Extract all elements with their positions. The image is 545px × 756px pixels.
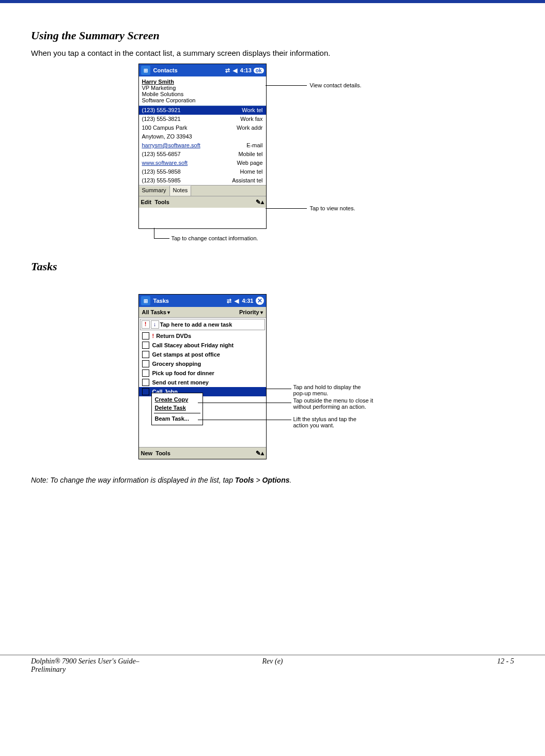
checkbox[interactable] [142,332,149,340]
context-menu: Create Copy Delete Task Beam Task... [151,393,203,425]
checkbox[interactable] [142,360,149,367]
top-border [0,0,545,3]
checkbox[interactable] [142,351,149,358]
new-task-placeholder: Tap here to add a new task [160,321,232,328]
contact-company1: Mobile Solutions [142,91,263,97]
titlebar-tasks: ⊞ Tasks ⇄ ◀ 4:31 ✕ [139,295,266,307]
menu-delete-task[interactable]: Delete Task [154,404,200,412]
heading-summary: Using the Summary Screen [31,29,514,42]
contact-row[interactable]: (123) 555-6857Mobile tel [139,150,266,159]
callout-lift: Lift the stylus and tap the action you w… [293,416,371,428]
page-footer: Dolphin® 7900 Series User's Guide– Preli… [31,657,514,674]
volume-icon: ◀ [233,67,237,74]
ok-button[interactable]: ok [254,68,264,73]
connectivity-icon: ⇄ [225,67,230,74]
figure-tasks: ⊞ Tasks ⇄ ◀ 4:31 ✕ All Tasks▾ Priority▾ … [138,294,407,471]
summary-intro: When you tap a contact in the contact li… [31,49,514,57]
app-title: Contacts [153,67,178,73]
menu-separator [154,413,200,413]
task-row[interactable]: Pick up food for dinner [139,368,266,378]
menu-tools[interactable]: Tools [154,199,169,205]
footer-pagenum: 12 - 5 [321,657,514,674]
contact-header: Harry Smith VP Marketing Mobile Solution… [139,76,266,106]
task-row[interactable]: Call Stacey about Friday night [139,341,266,350]
clock-time-tasks: 4:31 [242,298,253,304]
task-list: !Return DVDsCall Stacey about Friday nig… [139,331,266,396]
checkbox[interactable] [142,342,149,349]
new-task-entry[interactable]: ! ↓ Tap here to add a new task [140,319,265,330]
menu-edit[interactable]: Edit [141,199,152,205]
task-row[interactable]: Get stamps at post office [139,350,266,359]
filter-all[interactable]: All Tasks▾ [142,309,170,315]
sip-icon[interactable]: ✎▴ [256,198,264,206]
task-row[interactable]: Send out rent money [139,378,266,387]
checkbox[interactable] [142,369,149,377]
filter-priority[interactable]: Priority▾ [239,309,263,315]
heading-tasks: Tasks [31,260,514,273]
contact-row[interactable]: (123) 555-3821Work fax [139,115,266,124]
tasks-note: Note: To change the way information is d… [31,476,514,484]
contact-title: VP Marketing [142,85,263,91]
figure-contacts: ⊞ Contacts ⇄ ◀ 4:13 ok Harry Smith VP Ma… [138,64,407,250]
device-contacts: ⊞ Contacts ⇄ ◀ 4:13 ok Harry Smith VP Ma… [138,64,267,229]
checkbox[interactable] [142,379,149,386]
tasks-filter-bar: All Tasks▾ Priority▾ [139,307,266,318]
footer-title: Dolphin® 7900 Series User's Guide– [31,657,139,665]
titlebar-contacts: ⊞ Contacts ⇄ ◀ 4:13 ok [139,64,266,76]
task-row[interactable]: Grocery shopping [139,359,266,368]
menu-tools-tasks[interactable]: Tools [155,450,170,456]
priority-high-icon: ! [142,320,150,329]
priority-icon: ! [152,333,154,339]
callout-taphold: Tap and hold to display the pop-up menu. [293,384,371,396]
connectivity-icon: ⇄ [227,298,231,304]
sip-icon[interactable]: ✎▴ [256,450,264,457]
callout-notes: Tap to view notes. [310,205,355,211]
tab-notes[interactable]: Notes [170,186,192,196]
callout-edit: Tap to change contact information. [172,235,258,241]
priority-low-icon: ↓ [151,320,159,329]
footer-rule [0,655,545,655]
contact-row[interactable]: harrysm@software.softE-mail [139,141,266,150]
volume-icon: ◀ [235,298,239,304]
checkbox[interactable] [142,388,149,395]
menu-new[interactable]: New [141,450,153,456]
contact-row[interactable]: www.software.softWeb page [139,159,266,167]
contact-company2: Software Corporation [142,97,263,103]
task-row[interactable]: !Return DVDs [139,331,266,341]
contact-name[interactable]: Harry Smith [142,79,263,85]
close-button[interactable]: ✕ [256,297,264,305]
contact-row[interactable]: (123) 555-3921Work tel [139,106,266,115]
start-icon: ⊞ [141,296,150,305]
contact-row[interactable]: (123) 555-5985Assistant tel [139,176,266,185]
contact-row[interactable]: 100 Campus ParkWork addr [139,124,266,132]
menu-beam-task[interactable]: Beam Task... [154,414,200,423]
tab-bar: Summary Notes [139,185,266,196]
callout-viewdetails: View contact details. [310,82,362,88]
clock-time: 4:13 [240,67,252,73]
device-tasks: ⊞ Tasks ⇄ ◀ 4:31 ✕ All Tasks▾ Priority▾ … [138,294,267,459]
bottom-menu: Edit Tools ✎▴ [139,196,266,208]
tab-summary[interactable]: Summary [139,186,170,196]
contact-fields: (123) 555-3921Work tel(123) 555-3821Work… [139,106,266,185]
menu-create-copy[interactable]: Create Copy [154,395,200,404]
app-title-tasks: Tasks [153,298,169,304]
bottom-menu-tasks: New Tools ✎▴ [139,447,266,459]
footer-rev: Rev (e) [224,657,321,674]
contact-row[interactable]: Anytown, ZO 33943 [139,132,266,141]
footer-preliminary: Preliminary [31,666,66,673]
contact-row[interactable]: (123) 555-9858Home tel [139,167,266,176]
callout-outside: Tap outside the menu to close it without… [293,397,376,410]
start-icon: ⊞ [141,66,150,75]
